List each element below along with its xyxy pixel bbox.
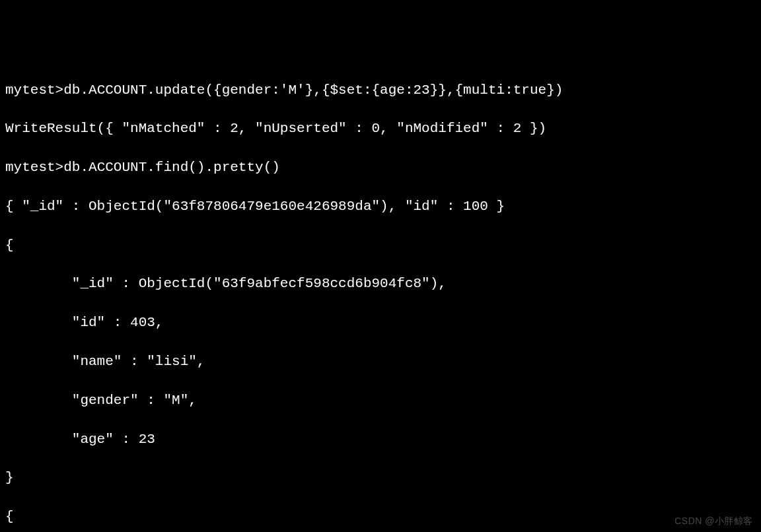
terminal-output: "age" : 23 — [5, 430, 756, 449]
prompt: mytest> — [5, 160, 63, 175]
terminal-output: "id" : 403, — [5, 313, 756, 332]
terminal-output: "_id" : ObjectId("63f9abfecf598ccd6b904f… — [5, 274, 756, 293]
watermark: CSDN @小胖鲸客 — [674, 515, 753, 528]
command: db.ACCOUNT.find().pretty() — [63, 160, 280, 175]
brace-open: { — [5, 507, 756, 526]
terminal-output: WriteResult({ "nMatched" : 2, "nUpserted… — [5, 119, 756, 138]
terminal-line: mytest>db.ACCOUNT.update({gender:'M'},{$… — [5, 81, 756, 100]
terminal-output: { "_id" : ObjectId("63f87806479e160e4269… — [5, 197, 756, 216]
brace-open: { — [5, 236, 756, 255]
terminal-output: "name" : "lisi", — [5, 352, 756, 371]
terminal-output: "gender" : "M", — [5, 391, 756, 410]
command: db.ACCOUNT.update({gender:'M'},{$set:{ag… — [63, 83, 563, 98]
prompt: mytest> — [5, 83, 63, 98]
brace-close: } — [5, 468, 756, 487]
terminal-line: mytest>db.ACCOUNT.find().pretty() — [5, 158, 756, 177]
